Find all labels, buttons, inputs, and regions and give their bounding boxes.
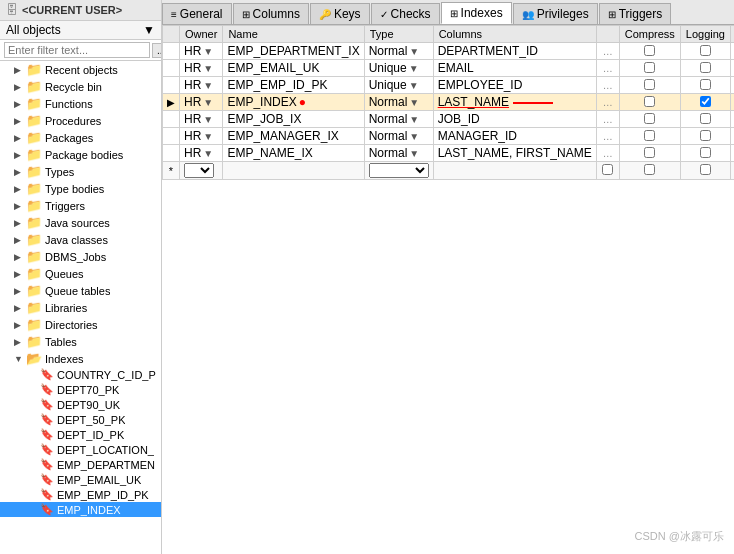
type-dropdown-icon[interactable]: ▼ [409, 80, 419, 91]
tab-indexes[interactable]: ⊞Indexes [441, 2, 512, 24]
sidebar-item-dept90_uk[interactable]: 🔖DEPT90_UK [0, 397, 161, 412]
owner-dropdown-icon[interactable]: ▼ [203, 63, 213, 74]
logging-checkbox[interactable] [700, 45, 711, 56]
dots-button[interactable]: … [601, 131, 615, 142]
compress-checkbox[interactable] [644, 45, 655, 56]
table-row[interactable]: HR▼EMP_DEPARTMENT_IXNormal▼DEPARTMENT_ID… [163, 43, 735, 60]
sidebar-item-emp_index[interactable]: 🔖EMP_INDEX [0, 502, 161, 517]
new-row[interactable]: * [163, 162, 735, 180]
sidebar-item-dept_id_pk[interactable]: 🔖DEPT_ID_PK [0, 427, 161, 442]
sidebar-item-recycle[interactable]: ▶📁Recycle bin [0, 78, 161, 95]
cell-owner: HR▼ [180, 128, 223, 145]
logging-checkbox[interactable] [700, 113, 711, 124]
sidebar-item-dbms_jobs[interactable]: ▶📁DBMS_Jobs [0, 248, 161, 265]
owner-dropdown-icon[interactable]: ▼ [203, 131, 213, 142]
dots-button[interactable]: … [601, 148, 615, 159]
logging-checkbox[interactable] [700, 130, 711, 141]
owner-dropdown-icon[interactable]: ▼ [203, 114, 213, 125]
cell-dots[interactable]: … [596, 111, 619, 128]
sidebar-item-java_classes[interactable]: ▶📁Java classes [0, 231, 161, 248]
owner-dropdown-icon[interactable]: ▼ [203, 97, 213, 108]
dots-button[interactable]: … [601, 46, 615, 57]
logging-checkbox[interactable] [700, 96, 711, 107]
dots-button[interactable]: … [601, 80, 615, 91]
folder-icon: 📁 [26, 283, 42, 298]
type-dropdown-icon[interactable]: ▼ [409, 97, 419, 108]
sidebar-item-functions[interactable]: ▶📁Functions [0, 95, 161, 112]
logging-checkbox[interactable] [700, 62, 711, 73]
sidebar-item-queue_tables[interactable]: ▶📁Queue tables [0, 282, 161, 299]
sidebar-item-libraries[interactable]: ▶📁Libraries [0, 299, 161, 316]
compress-checkbox[interactable] [644, 147, 655, 158]
col-header-5 [596, 26, 619, 43]
cell-dots[interactable]: … [596, 94, 619, 111]
sidebar-item-dept_50_pk[interactable]: 🔖DEPT_50_PK [0, 412, 161, 427]
type-dropdown-icon[interactable]: ▼ [409, 46, 419, 57]
compress-checkbox[interactable] [644, 79, 655, 90]
all-objects-dropdown[interactable]: All objects ▼ [0, 21, 161, 40]
sidebar-item-queues[interactable]: ▶📁Queues [0, 265, 161, 282]
cell-dots[interactable]: … [596, 145, 619, 162]
dots-button[interactable]: … [601, 97, 615, 108]
type-dropdown-icon[interactable]: ▼ [409, 148, 419, 159]
filter-input[interactable] [4, 42, 150, 58]
logging-checkbox[interactable] [700, 79, 711, 90]
sidebar-item-packages[interactable]: ▶📁Packages [0, 129, 161, 146]
sidebar-item-type_bodies[interactable]: ▶📁Type bodies [0, 180, 161, 197]
table-row[interactable]: HR▼EMP_EMP_ID_PKUnique▼EMPLOYEE_ID… [163, 77, 735, 94]
type-dropdown-icon[interactable]: ▼ [409, 114, 419, 125]
sidebar-item-dept_location[interactable]: 🔖DEPT_LOCATION_ [0, 442, 161, 457]
sidebar-item-procedures[interactable]: ▶📁Procedures [0, 112, 161, 129]
type-value: Normal [369, 129, 408, 143]
compress-checkbox[interactable] [644, 62, 655, 73]
dots-button[interactable]: … [601, 63, 615, 74]
cell-dots[interactable]: … [596, 77, 619, 94]
sidebar-item-emp_email_uk[interactable]: 🔖EMP_EMAIL_UK [0, 472, 161, 487]
tab-privileges[interactable]: 👥Privileges [513, 3, 598, 24]
tab-label-columns: Columns [253, 7, 300, 21]
sidebar-item-directories[interactable]: ▶📁Directories [0, 316, 161, 333]
tab-checks[interactable]: ✓Checks [371, 3, 440, 24]
sidebar-item-country_c_id[interactable]: 🔖COUNTRY_C_ID_P [0, 367, 161, 382]
cell-dots[interactable]: … [596, 128, 619, 145]
sidebar-item-indexes[interactable]: ▼📂Indexes [0, 350, 161, 367]
columns-value: EMPLOYEE_ID [438, 78, 523, 92]
compress-checkbox[interactable] [644, 96, 655, 107]
sidebar-item-tables[interactable]: ▶📁Tables [0, 333, 161, 350]
table-row[interactable]: HR▼EMP_EMAIL_UKUnique▼EMAIL… [163, 60, 735, 77]
sidebar-item-dept70_pk[interactable]: 🔖DEPT70_PK [0, 382, 161, 397]
cell-dots[interactable]: … [596, 60, 619, 77]
owner-dropdown-icon[interactable]: ▼ [203, 46, 213, 57]
tab-columns[interactable]: ⊞Columns [233, 3, 309, 24]
owner-dropdown-icon[interactable]: ▼ [203, 148, 213, 159]
filter-options-button[interactable]: ... [152, 43, 162, 58]
sidebar-item-emp_department[interactable]: 🔖EMP_DEPARTMEN [0, 457, 161, 472]
table-row[interactable]: HR▼EMP_NAME_IXNormal▼LAST_NAME, FIRST_NA… [163, 145, 735, 162]
owner-dropdown-icon[interactable]: ▼ [203, 80, 213, 91]
new-row-checkbox-3[interactable] [700, 164, 711, 175]
tab-keys[interactable]: 🔑Keys [310, 3, 370, 24]
col-header-8: Prefix I [730, 26, 734, 43]
tab-triggers[interactable]: ⊞Triggers [599, 3, 672, 24]
new-row-owner-select[interactable] [184, 163, 214, 178]
cell-dots[interactable]: … [596, 43, 619, 60]
sidebar-item-triggers[interactable]: ▶📁Triggers [0, 197, 161, 214]
logging-checkbox[interactable] [700, 147, 711, 158]
table-row[interactable]: HR▼EMP_JOB_IXNormal▼JOB_ID… [163, 111, 735, 128]
new-row-checkbox-1[interactable] [602, 164, 613, 175]
compress-checkbox[interactable] [644, 130, 655, 141]
sidebar-item-types[interactable]: ▶📁Types [0, 163, 161, 180]
compress-checkbox[interactable] [644, 113, 655, 124]
sidebar-item-java_sources[interactable]: ▶📁Java sources [0, 214, 161, 231]
table-row[interactable]: ▶HR▼EMP_INDEX●Normal▼LAST_NAME… [163, 94, 735, 111]
new-row-type-select[interactable] [369, 163, 429, 178]
new-row-checkbox-2[interactable] [644, 164, 655, 175]
dots-button[interactable]: … [601, 114, 615, 125]
tab-general[interactable]: ≡General [162, 3, 232, 24]
sidebar-item-recent[interactable]: ▶📁Recent objects [0, 61, 161, 78]
type-dropdown-icon[interactable]: ▼ [409, 131, 419, 142]
table-row[interactable]: HR▼EMP_MANAGER_IXNormal▼MANAGER_ID… [163, 128, 735, 145]
sidebar-item-emp_emp_id_pk[interactable]: 🔖EMP_EMP_ID_PK [0, 487, 161, 502]
sidebar-item-package_bodies[interactable]: ▶📁Package bodies [0, 146, 161, 163]
type-dropdown-icon[interactable]: ▼ [409, 63, 419, 74]
